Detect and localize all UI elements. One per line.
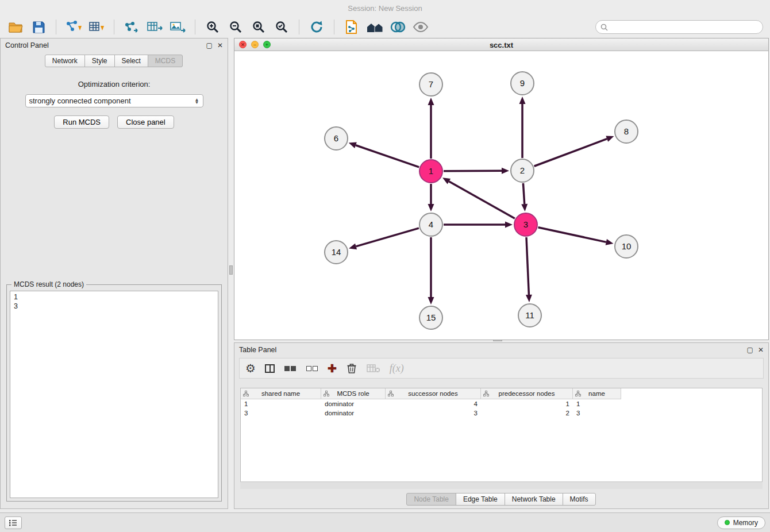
table-cell[interactable]: 3: [386, 408, 481, 418]
column-header-shared-name[interactable]: shared name: [241, 388, 321, 399]
zoom-in-icon[interactable]: [204, 18, 221, 36]
tab-motifs[interactable]: Motifs: [563, 493, 596, 506]
svg-text:1: 1: [429, 166, 433, 176]
table-cell[interactable]: 3: [241, 408, 321, 418]
table-cell[interactable]: 4: [386, 399, 481, 408]
delete-column-icon[interactable]: [346, 361, 357, 376]
table-cell[interactable]: 2: [481, 408, 573, 418]
tab-mcds[interactable]: MCDS: [148, 55, 183, 67]
graph-edge-4-3[interactable]: [444, 222, 513, 228]
mcds-result-list[interactable]: 13: [10, 291, 218, 498]
graph-edge-2-9[interactable]: [519, 97, 526, 158]
task-history-button[interactable]: [5, 516, 22, 529]
zoom-out-icon[interactable]: [227, 18, 244, 36]
graph-edge-2-3[interactable]: [521, 183, 528, 211]
tab-edge-table[interactable]: Edge Table: [456, 493, 505, 506]
svg-text:2: 2: [520, 165, 525, 175]
gear-icon[interactable]: ⚙: [245, 361, 256, 376]
close-panel-icon[interactable]: ✕: [217, 42, 223, 49]
table-cell[interactable]: dominator: [321, 408, 386, 418]
graph-node-3[interactable]: 3: [514, 213, 537, 236]
graph-edge-1-2[interactable]: [444, 168, 509, 174]
graph-edge-1-7[interactable]: [428, 98, 434, 159]
close-panel-icon[interactable]: ✕: [758, 346, 764, 353]
deselect-all-icon[interactable]: [306, 361, 318, 376]
import-table-icon[interactable]: [88, 18, 105, 36]
table-cell[interactable]: 1: [241, 399, 321, 408]
network-canvas[interactable]: 7968124314101511: [234, 51, 768, 340]
node-table[interactable]: shared nameMCDS rolesuccessor nodesprede…: [240, 388, 763, 489]
import-network-icon[interactable]: [65, 18, 82, 36]
graph-node-4[interactable]: 4: [419, 213, 442, 236]
table-row[interactable]: 1dominator411: [241, 399, 762, 408]
network-window-titlebar[interactable]: scc.txt ✕ − +: [234, 38, 768, 51]
graph-edge-2-8[interactable]: [534, 136, 614, 167]
open-session-icon[interactable]: [7, 18, 24, 36]
float-panel-icon[interactable]: ▢: [747, 346, 753, 353]
first-neighbors-icon[interactable]: [366, 18, 383, 36]
tab-node-table[interactable]: Node Table: [406, 493, 456, 506]
window-title: Session: New Session: [348, 4, 422, 13]
graph-node-10[interactable]: 10: [615, 235, 638, 258]
tab-network-table[interactable]: Network Table: [505, 493, 563, 506]
show-details-eye-icon[interactable]: [412, 18, 429, 36]
zoom-fit-icon[interactable]: [250, 18, 267, 36]
column-header-name[interactable]: name: [573, 388, 621, 399]
table-cell[interactable]: 3: [573, 408, 621, 418]
graph-node-2[interactable]: 2: [511, 159, 534, 182]
graph-node-15[interactable]: 15: [419, 306, 442, 329]
graph-node-6[interactable]: 6: [325, 127, 348, 150]
tab-style[interactable]: Style: [84, 55, 115, 67]
save-session-icon[interactable]: [30, 18, 47, 36]
export-network-icon[interactable]: [123, 18, 140, 36]
graph-node-11[interactable]: 11: [518, 304, 541, 327]
column-header-predecessor-nodes[interactable]: predecessor nodes: [481, 388, 573, 399]
table-horizontal-scrollbar[interactable]: [240, 481, 763, 489]
export-image-icon[interactable]: [169, 18, 186, 36]
add-column-icon[interactable]: ✚: [328, 361, 337, 376]
float-panel-icon[interactable]: ▢: [206, 42, 213, 49]
panel-divider-handle[interactable]: [229, 265, 233, 275]
graph-node-8[interactable]: 8: [615, 120, 638, 143]
table-cell[interactable]: 1: [481, 399, 573, 408]
column-header-mcds-role[interactable]: MCDS role: [321, 388, 386, 399]
run-mcds-button[interactable]: Run MCDS: [54, 115, 109, 129]
network-graph[interactable]: 7968124314101511: [234, 51, 768, 340]
close-window-icon[interactable]: ✕: [239, 41, 247, 48]
search-input[interactable]: [611, 22, 758, 32]
search-box[interactable]: [595, 20, 763, 34]
tab-select[interactable]: Select: [114, 55, 148, 67]
graph-edge-3-11[interactable]: [526, 237, 532, 302]
graph-edge-3-1[interactable]: [442, 178, 515, 218]
network-from-selection-icon[interactable]: [343, 18, 360, 36]
export-table-icon[interactable]: [146, 18, 163, 36]
graph-edge-1-6[interactable]: [349, 142, 419, 167]
maximize-window-icon[interactable]: +: [263, 41, 271, 48]
memory-button[interactable]: Memory: [717, 516, 765, 529]
minimize-window-icon[interactable]: −: [251, 41, 259, 48]
graph-edge-3-10[interactable]: [538, 228, 613, 245]
refresh-view-icon[interactable]: [308, 18, 325, 36]
function-builder-icon[interactable]: f(x): [390, 361, 404, 376]
graph-edge-1-4[interactable]: [428, 184, 434, 211]
style-venn-icon[interactable]: [389, 18, 406, 36]
split-columns-icon[interactable]: [265, 361, 275, 376]
table-body: 1dominator4113dominator323: [241, 399, 762, 418]
graph-node-14[interactable]: 14: [325, 241, 348, 264]
column-header-successor-nodes[interactable]: successor nodes: [386, 388, 481, 399]
graph-node-9[interactable]: 9: [511, 72, 534, 95]
table-row[interactable]: 3dominator323: [241, 408, 762, 418]
svg-text:4: 4: [429, 219, 433, 229]
zoom-selected-icon[interactable]: [273, 18, 290, 36]
graph-edge-4-14[interactable]: [349, 228, 419, 249]
close-panel-button[interactable]: Close panel: [117, 115, 174, 129]
graph-node-1[interactable]: 1: [419, 160, 442, 183]
criterion-select[interactable]: strongly connected component ▲▼: [25, 94, 203, 107]
table-cell[interactable]: dominator: [321, 399, 386, 408]
delete-table-icon[interactable]: [367, 361, 380, 376]
graph-edge-4-15[interactable]: [428, 237, 434, 304]
graph-node-7[interactable]: 7: [419, 73, 442, 96]
table-cell[interactable]: 1: [573, 399, 621, 408]
tab-network[interactable]: Network: [45, 55, 85, 67]
select-all-icon[interactable]: [284, 361, 297, 376]
